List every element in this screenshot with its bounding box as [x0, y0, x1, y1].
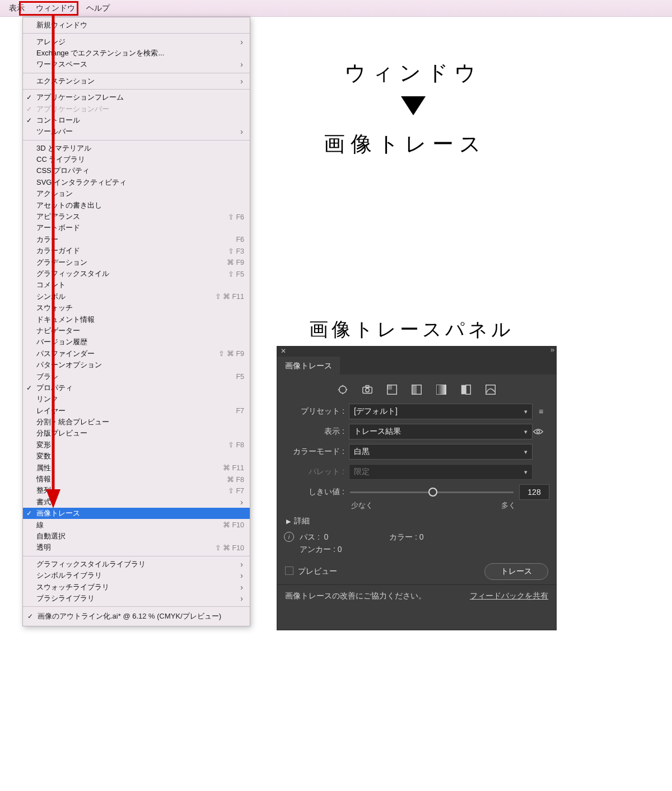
menu-item[interactable]: ドキュメント情報 — [23, 313, 250, 325]
menu-item[interactable]: シンボルライブラリ› — [23, 570, 250, 581]
menu-item[interactable]: グラフィックスタイルライブラリ› — [23, 559, 250, 570]
menu-item[interactable]: アセットの書き出し — [23, 199, 250, 210]
menu-item[interactable]: シンボル⇧ ⌘ F11 — [23, 291, 250, 302]
menu-item[interactable]: 分割・統合プレビュー — [23, 416, 250, 428]
menu-item[interactable]: スウォッチ — [23, 302, 250, 313]
preset-select[interactable]: [デフォルト] ▾ — [349, 404, 533, 419]
menu-item-label: 画像トレース — [36, 508, 244, 518]
preset-icon-row — [277, 378, 556, 401]
menu-item[interactable]: アクション — [23, 188, 250, 199]
trace-button[interactable]: トレース — [484, 563, 548, 580]
submenu-arrow-icon: › — [240, 77, 243, 86]
menu-item[interactable]: パターンオプション — [23, 359, 250, 371]
preset-3color-icon[interactable] — [386, 383, 398, 396]
menu-item-label: エクステンション — [36, 76, 244, 86]
menu-item[interactable]: バージョン履歴 — [23, 336, 250, 348]
menubar[interactable]: 表示 ウィンドウ ヘルプ — [0, 0, 672, 17]
menu-item[interactable]: ナビゲーター — [23, 325, 250, 336]
chevron-down-icon: ▾ — [524, 448, 528, 456]
threshold-value[interactable]: 128 — [519, 484, 549, 500]
menu-item[interactable]: ブラシF5 — [23, 371, 250, 382]
menu-item[interactable]: 変形⇧ F8 — [23, 439, 250, 451]
preset-auto-icon[interactable] — [337, 383, 349, 396]
eye-icon[interactable] — [533, 428, 549, 436]
menu-item[interactable]: 自動選択 — [23, 531, 250, 542]
annotation-label-window: ウィンドウ — [344, 59, 482, 87]
preset-outline-icon[interactable] — [484, 383, 497, 396]
menu-item-label: グラデーション — [36, 258, 227, 268]
preset-6color-icon[interactable] — [410, 383, 423, 396]
colormode-select[interactable]: 白黒 ▾ — [349, 444, 533, 460]
menu-item[interactable]: CSS プロパティ — [23, 165, 250, 176]
menu-item[interactable]: 変数 — [23, 451, 250, 462]
menu-item-label: 属性 — [36, 463, 223, 473]
menu-item[interactable]: 情報⌘ F8 — [23, 474, 250, 485]
menu-item[interactable]: リンク — [23, 394, 250, 405]
palette-label: パレット : — [284, 467, 344, 477]
detail-disclosure[interactable]: ▶ 詳細 — [277, 511, 556, 530]
preset-bw-icon[interactable] — [460, 383, 472, 396]
check-icon: ✓ — [26, 116, 32, 124]
menu-shortcut: ⇧ F5 — [228, 270, 244, 278]
colormode-label: カラーモード : — [284, 447, 344, 457]
preview-checkbox[interactable]: プレビュー — [285, 567, 337, 577]
menu-item[interactable]: レイヤーF7 — [23, 405, 250, 416]
menu-item-label: 書式 — [36, 497, 244, 507]
menu-item[interactable]: ワークスペース› — [23, 59, 250, 70]
menu-item[interactable]: パスファインダー⇧ ⌘ F9 — [23, 348, 250, 359]
preset-photo-icon[interactable] — [361, 383, 374, 396]
menu-item-label: カラーガイド — [36, 246, 228, 256]
menu-item[interactable]: カラーガイド⇧ F3 — [23, 245, 250, 256]
menu-item[interactable]: アピアランス⇧ F6 — [23, 211, 250, 222]
menu-item[interactable]: 透明⇧ ⌘ F10 — [23, 542, 250, 553]
threshold-slider[interactable] — [350, 484, 514, 500]
menu-item[interactable]: グラデーション⌘ F9 — [23, 256, 250, 268]
menu-item[interactable]: 整列⇧ F7 — [23, 485, 250, 496]
menu-item[interactable]: ✓コントロール — [23, 115, 250, 126]
menu-item[interactable]: 分版プレビュー — [23, 428, 250, 439]
menu-item[interactable]: 属性⌘ F11 — [23, 462, 250, 473]
menu-item[interactable]: アレンジ› — [23, 36, 250, 47]
annotation-label-imagetrace: 画像トレース — [324, 130, 487, 158]
menu-item[interactable]: ✓アプリケーションフレーム — [23, 92, 250, 103]
menu-item[interactable]: 3D とマテリアル — [23, 143, 250, 154]
menu-item[interactable]: 新規ウィンドウ — [23, 20, 250, 31]
menu-item[interactable]: ブラシライブラリ› — [23, 593, 250, 604]
menu-item-label: スウォッチ — [36, 303, 244, 313]
menu-item[interactable]: ✓プロパティ — [23, 382, 250, 394]
menu-item-label: 分割・統合プレビュー — [36, 417, 244, 427]
menu-item[interactable]: アートボード — [23, 222, 250, 233]
chevron-down-icon: ▾ — [524, 428, 528, 436]
menu-item-label: 情報 — [36, 474, 227, 484]
menu-item[interactable]: CC ライブラリ — [23, 154, 250, 165]
image-trace-panel[interactable]: ✕ ›› 画像トレース プリセット : [デフォルト] ▾ ≡ 表示 : トレー… — [277, 346, 557, 630]
palette-value: 限定 — [354, 467, 370, 477]
menu-item-label: グラフィックスタイルライブラリ — [36, 559, 244, 569]
menu-item-label: ツールバー — [36, 127, 244, 137]
menu-item[interactable]: コメント — [23, 279, 250, 291]
feedback-link[interactable]: フィードバックを共有 — [470, 591, 548, 601]
menu-item[interactable]: グラフィックスタイル⇧ F5 — [23, 268, 250, 279]
display-select[interactable]: トレース結果 ▾ — [349, 424, 533, 439]
window-menu-dropdown[interactable]: 新規ウィンドウアレンジ›Exchange でエクステンションを検索...ワークス… — [22, 17, 250, 626]
menu-item[interactable]: Exchange でエクステンションを検索... — [23, 48, 250, 59]
preset-save-icon[interactable]: ≡ — [533, 407, 549, 416]
menu-item[interactable]: スウォッチライブラリ› — [23, 581, 250, 592]
menu-item[interactable]: ✓画像トレース — [23, 508, 250, 519]
menu-item[interactable]: 線⌘ F10 — [23, 519, 250, 530]
preset-gray-icon[interactable] — [435, 383, 447, 396]
menu-item[interactable]: SVG インタラクティビティ — [23, 177, 250, 188]
menu-help[interactable]: ヘルプ — [81, 1, 115, 16]
svg-rect-5 — [366, 386, 369, 388]
menu-item[interactable]: カラーF6 — [23, 234, 250, 245]
tab-image-trace[interactable]: 画像トレース — [277, 357, 340, 375]
panel-menu-icon[interactable]: ›› — [550, 346, 554, 354]
menu-item-label: アセットの書き出し — [36, 200, 244, 210]
menu-item[interactable]: 書式› — [23, 497, 250, 508]
menu-item[interactable]: エクステンション› — [23, 76, 250, 87]
document-status[interactable]: ✓ 画像のアウトライン化.ai* @ 6.12 % (CMYK/プレビュー) — [23, 609, 250, 624]
close-icon[interactable]: ✕ — [281, 347, 286, 355]
menu-item-label: ワークスペース — [36, 59, 244, 69]
menu-item[interactable]: ツールバー› — [23, 126, 250, 137]
svg-rect-12 — [461, 385, 466, 395]
